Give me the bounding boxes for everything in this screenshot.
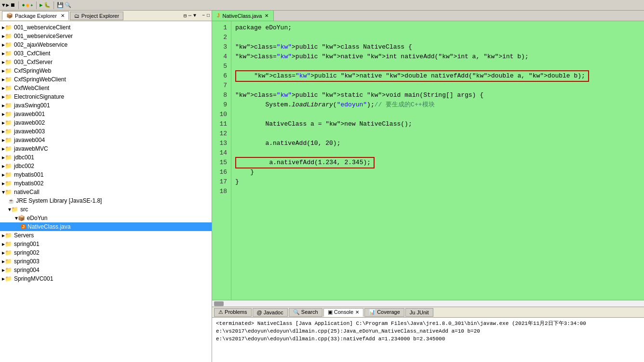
tree-item[interactable]: ▸ 📁javawebMVC	[0, 144, 212, 153]
tree-item[interactable]: ▸ 📁javaweb004	[0, 136, 212, 144]
line-number: 1	[212, 23, 231, 33]
tree-item[interactable]: ▸ 📁javaweb003	[0, 127, 212, 136]
toolbar-debug-icon[interactable]: 🐛	[44, 2, 51, 8]
bottom-tab-problems[interactable]: ⚠ Problems	[214, 308, 252, 317]
console-close[interactable]: ✕	[355, 310, 359, 315]
code-line: System.loadLibrary("edoyun");// 要生成的C++模…	[235, 100, 640, 110]
tree-item[interactable]: ▸ 📁spring002	[0, 248, 212, 257]
tree-item[interactable]: JNativeClass.java	[0, 222, 212, 231]
line-number: 10	[212, 110, 231, 119]
panel-minimize-icon[interactable]: −	[202, 13, 205, 19]
bottom-tab-coverage[interactable]: 📊 Coverage	[364, 308, 404, 317]
panel-maximize-icon[interactable]: □	[207, 13, 210, 19]
editor-tab-label: NativeClass.java	[223, 13, 262, 19]
tree-item[interactable]: ▸ 📁spring004	[0, 266, 212, 274]
bottom-tab-search[interactable]: 🔍 Search	[289, 308, 322, 317]
toolbar-run-icon[interactable]: ▶	[40, 2, 43, 8]
line-number: 7	[212, 81, 231, 90]
code-line	[235, 62, 640, 71]
toolbar-search-icon[interactable]: 🔍	[65, 2, 71, 8]
tree-item[interactable]: ▸ 📁javaweb001	[0, 110, 212, 118]
line-number: 12	[212, 129, 231, 139]
toolbar-icon-2[interactable]: ▶	[6, 2, 10, 8]
line-number: 17	[212, 177, 231, 187]
tree-item[interactable]: ☕JRE System Library [JavaSE-1.8]	[0, 196, 212, 205]
editor-tab-close[interactable]: ✕	[265, 13, 268, 18]
tree-item[interactable]: ▸ 📁spring001	[0, 240, 212, 248]
left-panel: 📦 Package Explorer ✕ 🗂 Project Explorer …	[0, 11, 212, 362]
bottom-tabs: ⚠ Problems@ Javadoc🔍 Search▣ Console ✕📊 …	[212, 307, 644, 318]
horizontal-scrollbar[interactable]	[212, 300, 644, 307]
tree-item[interactable]: ▸ 📁mybatis001	[0, 170, 212, 179]
code-line: NativeClass a = "kw">new NativeClass();	[235, 119, 640, 129]
editor-tab-nativeclass[interactable]: J NativeClass.java ✕	[212, 11, 274, 21]
line-number: 8	[212, 90, 231, 100]
tree-item[interactable]: ▸ 📁003_CxfServer	[0, 58, 212, 66]
link-editor-icon[interactable]: ↔	[188, 13, 191, 19]
tree-item[interactable]: ▾ 📦eDoYun	[0, 214, 212, 222]
code-line: a.nativeAdd(10, 20);	[235, 139, 640, 148]
tree-item[interactable]: ▸ 📁CxfSpringWeb	[0, 66, 212, 75]
code-line: package eDoYun;	[235, 23, 640, 33]
tree-item[interactable]: ▸ 📁CxfSpringWebClient	[0, 75, 212, 84]
line-number: 9	[212, 100, 231, 110]
main-area: 📦 Package Explorer ✕ 🗂 Project Explorer …	[0, 11, 644, 362]
bottom-tab-javadoc[interactable]: @ Javadoc	[253, 308, 288, 317]
line-number: 13	[212, 139, 231, 148]
line-number: 14	[212, 148, 231, 158]
code-line	[235, 129, 640, 139]
toolbar-sep-1	[18, 1, 19, 9]
code-editor: 123456789101112131415161718 package eDoY…	[212, 21, 644, 300]
tab-project-explorer[interactable]: 🗂 Project Explorer	[70, 12, 123, 20]
toolbar-save-icon[interactable]: 💾	[57, 2, 64, 8]
code-line: "kw">class="kw">public "kw">static "kw">…	[235, 90, 640, 100]
tree-item[interactable]: ▸ 📁spring003	[0, 257, 212, 266]
panel-menu-icon[interactable]: ▼	[193, 13, 196, 19]
tab-package-explorer[interactable]: 📦 Package Explorer ✕	[2, 11, 69, 20]
tree-item[interactable]: ▸ 📁001_webserviceServer	[0, 32, 212, 40]
tree-item[interactable]: ▸ 📁jdbc002	[0, 162, 212, 170]
tree-item[interactable]: ▸ 📁javaSwing001	[0, 101, 212, 110]
tree-item[interactable]: ▸ 📁CxfWebClient	[0, 84, 212, 92]
line-number: 15	[212, 158, 231, 168]
toolbar-icon-3[interactable]: ⏹	[10, 2, 15, 8]
code-content[interactable]: package eDoYun; "kw">class="kw">public "…	[231, 21, 644, 300]
line-numbers: 123456789101112131415161718	[212, 21, 231, 300]
code-line: }	[235, 177, 640, 187]
console-line: e:\vs2017\edoyun\edoyun\dllmain.cpp(33):…	[216, 335, 640, 343]
project-explorer-icon: 🗂	[74, 13, 80, 19]
editor-tabs: J NativeClass.java ✕	[212, 11, 644, 21]
tree-item[interactable]: ▸ 📁001_webserviceClient	[0, 23, 212, 32]
code-line: "kw">class="kw">public "kw">native "kw">…	[235, 71, 640, 81]
package-explorer-icon: 📦	[6, 13, 13, 19]
code-line	[235, 81, 640, 90]
bottom-tab-junit[interactable]: Ju JUnit	[405, 308, 433, 317]
package-explorer-close[interactable]: ✕	[61, 13, 65, 18]
panel-tab-icons: ⊟ ↔ ▼ − □	[182, 13, 210, 19]
tree-item[interactable]: ▾ 📁src	[0, 205, 212, 214]
toolbar-sep-2	[36, 1, 37, 9]
toolbar-sep-3	[54, 1, 54, 9]
console-content: <terminated> NativeClass [Java Applicati…	[212, 318, 644, 362]
line-number: 2	[212, 33, 231, 42]
tree-item[interactable]: ▸ 📁jdbc001	[0, 153, 212, 162]
project-tree: ▸ 📁001_webserviceClient▸ 📁001_webservice…	[0, 21, 212, 362]
tree-item[interactable]: ▸ 📁ElectronicSignature	[0, 92, 212, 101]
tree-item[interactable]: ▸ 📁002_ajaxWebservice	[0, 40, 212, 49]
line-number: 16	[212, 168, 231, 177]
tree-item[interactable]: ▾ 📁nativeCall	[0, 188, 212, 196]
toolbar-icon-6[interactable]: ✦	[30, 2, 33, 8]
tree-item[interactable]: ▸ 📁SpringMVC001	[0, 274, 212, 283]
toolbar-icons: ▼ ▶ ⏹ ● ◉ ✦ ▶ 🐛 💾 🔍	[2, 1, 71, 9]
tree-item[interactable]: ▸ 📁Servers	[0, 231, 212, 240]
toolbar-icon-1[interactable]: ▼	[2, 2, 5, 8]
code-line	[235, 148, 640, 158]
tree-item[interactable]: ▸ 📁mybatis002	[0, 179, 212, 188]
line-number: 3	[212, 42, 231, 52]
tree-item[interactable]: ▸ 📁003_CxfClient	[0, 49, 212, 58]
toolbar-icon-5[interactable]: ◉	[26, 2, 29, 8]
toolbar-icon-4[interactable]: ●	[22, 2, 25, 8]
bottom-tab-console[interactable]: ▣ Console ✕	[323, 308, 363, 317]
collapse-all-icon[interactable]: ⊟	[184, 13, 187, 19]
tree-item[interactable]: ▸ 📁javaweb002	[0, 118, 212, 127]
